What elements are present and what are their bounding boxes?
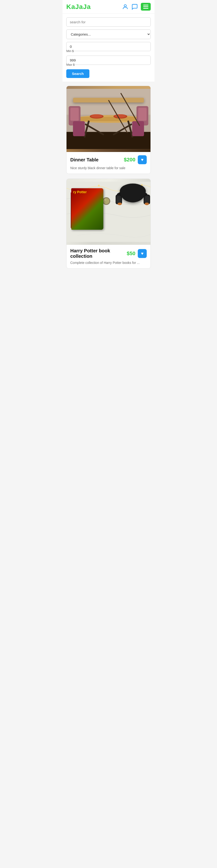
product-price: $200 xyxy=(124,157,135,163)
svg-rect-35 xyxy=(116,196,121,203)
svg-point-40 xyxy=(76,189,78,191)
product-image xyxy=(66,86,151,152)
product-card: J.K. ROWLING Harry Potter xyxy=(66,179,151,269)
user-icon[interactable] xyxy=(122,3,129,10)
svg-point-32 xyxy=(103,198,109,204)
svg-point-33 xyxy=(104,198,106,201)
product-description: Complete collection of Harry Potter book… xyxy=(70,261,147,265)
svg-point-11 xyxy=(91,114,102,118)
svg-point-28 xyxy=(80,208,87,215)
svg-text:J.K. ROWLING: J.K. ROWLING xyxy=(77,196,91,198)
favorite-button[interactable]: ♥ xyxy=(138,155,147,164)
product-image: J.K. ROWLING Harry Potter xyxy=(66,179,151,245)
svg-point-41 xyxy=(98,185,100,186)
svg-point-38 xyxy=(117,203,122,205)
svg-rect-5 xyxy=(74,117,143,121)
product-price: $50 xyxy=(127,250,135,256)
svg-rect-15 xyxy=(70,108,79,121)
product-title-row: Dinner Table $200 ♥ xyxy=(70,155,147,164)
svg-rect-30 xyxy=(71,192,73,228)
search-input[interactable] xyxy=(66,18,151,27)
menu-button[interactable] xyxy=(141,3,151,10)
header: KaJaJa xyxy=(62,0,155,14)
min-price-wrapper: Min $ xyxy=(66,42,151,53)
svg-rect-37 xyxy=(144,196,149,203)
svg-rect-21 xyxy=(71,192,96,228)
svg-rect-19 xyxy=(132,121,144,136)
svg-rect-18 xyxy=(73,121,85,136)
svg-rect-26 xyxy=(73,207,94,224)
max-price-wrapper: Max $ xyxy=(66,56,151,66)
min-price-input[interactable] xyxy=(66,42,151,51)
chat-icon[interactable] xyxy=(131,3,138,10)
svg-rect-22 xyxy=(72,193,96,227)
svg-point-13 xyxy=(115,114,126,118)
product-title: Dinner Table xyxy=(70,157,124,162)
favorite-button[interactable]: ♥ xyxy=(138,249,147,258)
svg-text:Harry: Harry xyxy=(79,198,89,202)
svg-point-42 xyxy=(119,190,121,192)
product-title-row: Harry Potter book collection $50 ♥ xyxy=(70,248,147,259)
logo: KaJaJa xyxy=(66,3,91,10)
product-price-fav: $200 ♥ xyxy=(124,155,147,164)
svg-rect-20 xyxy=(66,182,151,242)
product-info: Harry Potter book collection $50 ♥ Compl… xyxy=(66,245,151,268)
svg-rect-29 xyxy=(81,209,86,211)
product-title: Harry Potter book collection xyxy=(70,248,127,259)
max-price-input[interactable] xyxy=(66,56,151,65)
products-list: Dinner Table $200 ♥ Nice sturdy black di… xyxy=(62,82,155,272)
search-button[interactable]: Search xyxy=(66,69,89,78)
svg-point-39 xyxy=(144,203,149,205)
svg-point-0 xyxy=(124,4,126,7)
product-info: Dinner Table $200 ♥ Nice sturdy black di… xyxy=(66,152,151,174)
svg-text:Potter: Potter xyxy=(79,202,88,206)
svg-point-43 xyxy=(141,184,143,186)
product-description: Nice sturdy black dinner table for sale xyxy=(70,166,147,170)
product-price-fav: $50 ♥ xyxy=(127,249,147,258)
svg-rect-17 xyxy=(138,108,147,121)
search-form: Categories... Min $ Max $ Search xyxy=(62,14,155,82)
svg-point-27 xyxy=(78,207,89,219)
header-icons xyxy=(122,3,151,10)
categories-select[interactable]: Categories... xyxy=(66,29,151,39)
product-card: Dinner Table $200 ♥ Nice sturdy black di… xyxy=(66,86,151,174)
